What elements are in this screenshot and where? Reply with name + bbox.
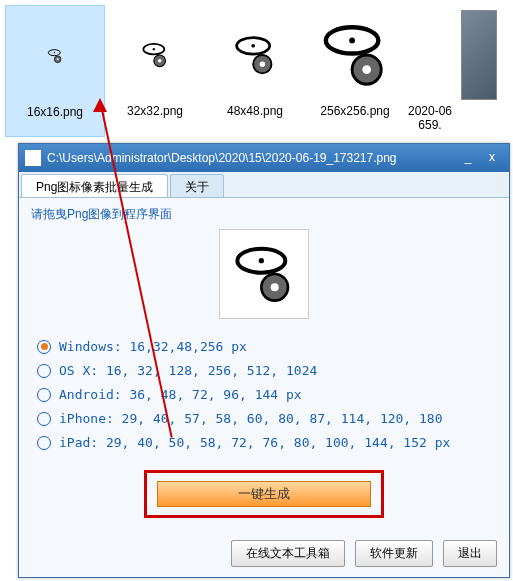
disc-gear-icon bbox=[232, 242, 296, 306]
file-item[interactable]: 2020-06 659. bbox=[405, 5, 455, 137]
tab-about[interactable]: 关于 bbox=[170, 174, 224, 197]
titlebar[interactable]: C:\Users\Administrator\Desktop\2020\15\2… bbox=[19, 144, 509, 172]
svg-point-3 bbox=[57, 58, 59, 60]
app-window: C:\Users\Administrator\Desktop\2020\15\2… bbox=[18, 143, 510, 578]
option-label: OS X: 16, 32, 128, 256, 512, 1024 bbox=[59, 363, 317, 378]
close-button[interactable]: x bbox=[481, 149, 503, 167]
file-explorer: 16x16.png 32x32.png 48x48.png 256x256.pn… bbox=[0, 0, 513, 142]
content-area: 请拖曳Png图像到程序界面 Windows: 16,32,48,256 px O… bbox=[19, 198, 509, 577]
file-name: 2020-06 659. bbox=[407, 104, 453, 132]
app-icon bbox=[25, 150, 41, 166]
file-thumbnail bbox=[110, 10, 200, 100]
minimize-button[interactable]: _ bbox=[457, 149, 479, 167]
file-item[interactable]: 16x16.png bbox=[5, 5, 105, 137]
exit-button[interactable]: 退出 bbox=[443, 540, 497, 567]
disc-gear-icon bbox=[320, 20, 390, 90]
file-thumbnail bbox=[310, 10, 400, 100]
drag-hint: 请拖曳Png图像到程序界面 bbox=[31, 206, 497, 223]
svg-point-7 bbox=[158, 59, 162, 63]
option-windows[interactable]: Windows: 16,32,48,256 px bbox=[37, 339, 491, 354]
option-label: Windows: 16,32,48,256 px bbox=[59, 339, 247, 354]
window-title: C:\Users\Administrator\Desktop\2020\15\2… bbox=[47, 151, 457, 165]
radio-android[interactable] bbox=[37, 388, 51, 402]
disc-gear-icon bbox=[141, 41, 169, 69]
option-iphone[interactable]: iPhone: 29, 40, 57, 58, 60, 80, 87, 114,… bbox=[37, 411, 491, 426]
photo-thumbnail bbox=[461, 10, 497, 100]
radio-iphone[interactable] bbox=[37, 412, 51, 426]
file-name: 32x32.png bbox=[107, 104, 203, 118]
preview-box[interactable] bbox=[219, 229, 309, 319]
option-osx[interactable]: OS X: 16, 32, 128, 256, 512, 1024 bbox=[37, 363, 491, 378]
size-options: Windows: 16,32,48,256 px OS X: 16, 32, 1… bbox=[37, 339, 491, 450]
radio-osx[interactable] bbox=[37, 364, 51, 378]
radio-windows[interactable] bbox=[37, 340, 51, 354]
file-name: 48x48.png bbox=[207, 104, 303, 118]
option-label: iPad: 29, 40, 50, 58, 72, 76, 80, 100, 1… bbox=[59, 435, 450, 450]
file-name: 16x16.png bbox=[8, 105, 102, 119]
bottom-button-bar: 在线文本工具箱 软件更新 退出 bbox=[231, 540, 497, 567]
svg-point-1 bbox=[54, 52, 55, 53]
disc-gear-icon bbox=[47, 48, 63, 64]
svg-point-5 bbox=[153, 48, 155, 50]
update-button[interactable]: 软件更新 bbox=[355, 540, 433, 567]
file-thumbnail bbox=[210, 10, 300, 100]
generate-button[interactable]: 一键生成 bbox=[157, 481, 371, 507]
file-thumbnail bbox=[10, 11, 100, 101]
tab-generate[interactable]: Png图标像素批量生成 bbox=[21, 174, 168, 197]
svg-point-9 bbox=[251, 44, 255, 48]
option-android[interactable]: Android: 36, 48, 72, 96, 144 px bbox=[37, 387, 491, 402]
radio-ipad[interactable] bbox=[37, 436, 51, 450]
option-label: iPhone: 29, 40, 57, 58, 60, 80, 87, 114,… bbox=[59, 411, 443, 426]
file-name: 256x256.png bbox=[307, 104, 403, 118]
option-label: Android: 36, 48, 72, 96, 144 px bbox=[59, 387, 302, 402]
generate-highlight-box: 一键生成 bbox=[144, 470, 384, 518]
svg-point-15 bbox=[362, 65, 371, 74]
window-controls: _ x bbox=[457, 149, 503, 167]
file-item[interactable]: 48x48.png bbox=[205, 5, 305, 137]
file-thumbnail bbox=[407, 10, 497, 100]
svg-point-11 bbox=[260, 61, 266, 67]
svg-point-17 bbox=[259, 258, 264, 263]
option-ipad[interactable]: iPad: 29, 40, 50, 58, 72, 76, 80, 100, 1… bbox=[37, 435, 491, 450]
svg-point-13 bbox=[349, 38, 355, 44]
file-item[interactable]: 32x32.png bbox=[105, 5, 205, 137]
disc-gear-icon bbox=[233, 33, 277, 77]
file-item[interactable]: 256x256.png bbox=[305, 5, 405, 137]
tab-bar: Png图标像素批量生成 关于 bbox=[19, 172, 509, 198]
toolbox-button[interactable]: 在线文本工具箱 bbox=[231, 540, 345, 567]
svg-point-19 bbox=[271, 283, 279, 291]
